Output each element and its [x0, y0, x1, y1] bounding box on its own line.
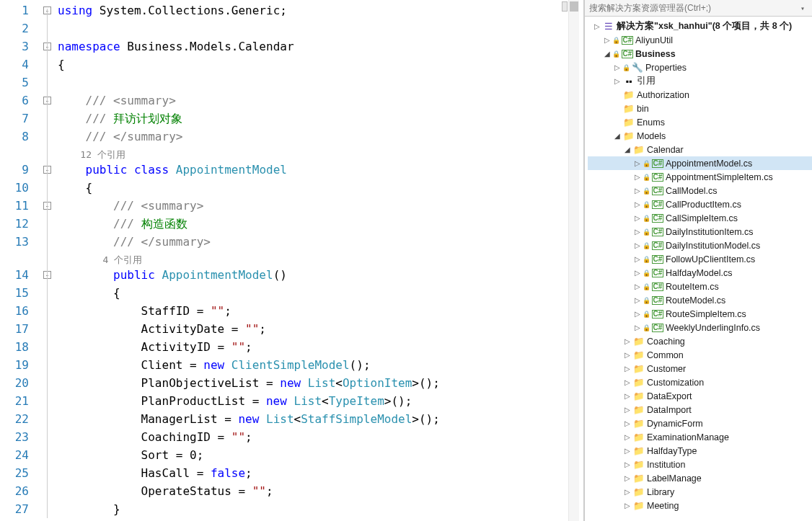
tree-item[interactable]: ▷🔒C#DailyInstitutionItem.cs	[588, 225, 812, 239]
tree-item[interactable]: ◢📁Models	[588, 129, 812, 143]
code-line[interactable]: {	[58, 284, 583, 302]
code-line[interactable]: public AppointmentModel()	[58, 266, 583, 284]
expand-toggle-icon[interactable]: ▷	[622, 502, 632, 509]
expand-toggle-icon[interactable]: ▷	[632, 255, 643, 263]
search-dropdown-icon[interactable]: ▾	[798, 4, 808, 12]
code-line[interactable]: Sort = 0;	[58, 446, 583, 464]
expand-toggle-icon[interactable]: ▷	[592, 22, 602, 30]
code-editor[interactable]: 1234567891011121314151617181920212223242…	[0, 0, 584, 521]
fold-column[interactable]: ------	[42, 0, 58, 521]
expand-toggle-icon[interactable]: ▷	[632, 200, 643, 208]
code-line[interactable]: {	[58, 55, 583, 74]
expand-toggle-icon[interactable]: ▷	[632, 310, 643, 318]
tree-item[interactable]: ▷📁Authorization	[588, 88, 812, 102]
tree-item[interactable]: ▷📁Customization	[588, 375, 812, 389]
expand-toggle-icon[interactable]: ▷	[602, 36, 612, 44]
explorer-search-input[interactable]	[589, 3, 798, 13]
code-line[interactable]	[58, 74, 583, 92]
tree-item[interactable]: ▷🔒C#AliyunUtil	[588, 33, 812, 47]
expand-toggle-icon[interactable]: ▷	[632, 214, 643, 222]
tree-item[interactable]: ▷📁Library	[588, 485, 812, 499]
code-line[interactable]: HasCall = false;	[58, 464, 583, 482]
tree-item[interactable]: ◢📁Calendar	[588, 143, 812, 156]
expand-toggle-icon[interactable]: ▷	[622, 365, 632, 373]
tree-item[interactable]: ▷🔒C#RouteSimpleItem.cs	[588, 307, 812, 321]
code-line[interactable]: /// <summary>	[58, 92, 583, 110]
tree-item[interactable]: ▷🔒C#DailyInstitutionModel.cs	[588, 239, 812, 252]
expand-toggle-icon[interactable]: ◢	[622, 146, 632, 153]
code-line[interactable]: using System.Collections.Generic;	[58, 1, 583, 19]
expand-toggle-icon[interactable]: ▷	[632, 173, 643, 181]
expand-toggle-icon[interactable]: ▷	[622, 392, 632, 400]
expand-toggle-icon[interactable]: ▷	[632, 228, 643, 236]
tree-item[interactable]: ▷🔒C#HalfdayModel.cs	[588, 266, 812, 280]
code-line[interactable]: StaffID = "";	[58, 302, 583, 320]
tree-item[interactable]: ▷📁bin	[588, 102, 812, 115]
tree-item[interactable]: ▷🔒C#WeeklyUnderlingInfo.cs	[588, 321, 812, 334]
tree-item[interactable]: ▷🔒C#CallModel.cs	[588, 184, 812, 197]
tree-item[interactable]: ▷📁DataExport	[588, 389, 812, 403]
expand-toggle-icon[interactable]: ▷	[632, 269, 643, 277]
tree-item[interactable]: ▷📁Coaching	[588, 334, 812, 348]
tree-item[interactable]: ▷📁Customer	[588, 362, 812, 375]
expand-toggle-icon[interactable]: ▷	[622, 433, 632, 441]
tree-item[interactable]: ▷🔒C#CallProductItem.cs	[588, 197, 812, 211]
tree-item[interactable]: ▷🔒C#RouteModel.cs	[588, 293, 812, 307]
code-line[interactable]: PlanProductList = new List<TypeItem>();	[58, 392, 583, 410]
expand-toggle-icon[interactable]: ▷	[632, 241, 643, 249]
expand-toggle-icon[interactable]: ▷	[622, 378, 632, 386]
explorer-tree[interactable]: ▷☰解决方案"xsk_hanhui"(8 个项目，共 8 个)▷🔒C#Aliyu…	[585, 17, 812, 521]
expand-toggle-icon[interactable]: ▷	[622, 447, 632, 455]
expand-toggle-icon[interactable]: ▷	[622, 406, 632, 414]
code-line[interactable]: /// 拜访计划对象	[58, 110, 583, 128]
code-line[interactable]: /// 构造函数	[58, 215, 583, 233]
tree-item[interactable]: ▷🔒C#AppointmentModel.cs	[588, 156, 812, 170]
tree-item[interactable]: ▷▪▪引用	[588, 74, 812, 88]
tree-item[interactable]: ▷🔒C#CallSimpleItem.cs	[588, 211, 812, 225]
split-handle[interactable]	[562, 1, 568, 12]
code-line[interactable]: namespace Business.Models.Calendar	[58, 37, 583, 55]
editor-scrollbar[interactable]	[568, 0, 579, 521]
tree-item[interactable]: ▷🔒C#FollowUpClientItem.cs	[588, 252, 812, 266]
tree-item[interactable]: ▷📁Meeting	[588, 499, 812, 512]
code-line[interactable]: /// <summary>	[58, 197, 583, 215]
tree-item[interactable]: ▷📁HalfdayType	[588, 444, 812, 458]
expand-toggle-icon[interactable]: ▷	[632, 187, 643, 195]
expand-toggle-icon[interactable]: ▷	[622, 419, 632, 427]
code-line[interactable]: ActivityID = "";	[58, 338, 583, 356]
expand-toggle-icon[interactable]: ▷	[622, 488, 632, 496]
expand-toggle-icon[interactable]: ▷	[632, 282, 643, 290]
expand-toggle-icon[interactable]: ▷	[622, 460, 632, 468]
tree-item[interactable]: ▷🔒🔧Properties	[588, 61, 812, 74]
code-line[interactable]: }	[58, 500, 583, 518]
tree-item[interactable]: ▷📁DynamicForm	[588, 417, 812, 430]
expand-toggle-icon[interactable]: ▷	[612, 77, 622, 85]
code-line[interactable]: {	[58, 179, 583, 197]
code-line[interactable]: CoachingID = "";	[58, 428, 583, 446]
expand-toggle-icon[interactable]: ▷	[612, 63, 622, 71]
code-line[interactable]: ManagerList = new List<StaffSimpleModel>…	[58, 410, 583, 428]
expand-toggle-icon[interactable]: ◢	[612, 132, 622, 140]
tree-item[interactable]: ▷📁Enums	[588, 115, 812, 129]
expand-toggle-icon[interactable]: ▷	[632, 296, 643, 304]
code-content[interactable]: using System.Collections.Generic;namespa…	[58, 0, 583, 521]
expand-toggle-icon[interactable]: ▷	[622, 474, 632, 482]
code-line[interactable]: PlanObjectiveList = new List<OptionItem>…	[58, 374, 583, 392]
code-line[interactable]	[58, 19, 583, 37]
expand-toggle-icon[interactable]: ▷	[622, 351, 632, 359]
code-line[interactable]: Client = new ClientSimpleModel();	[58, 356, 583, 374]
tree-item[interactable]: ◢🔒C#Business	[588, 47, 812, 61]
code-line[interactable]: /// </summary>	[58, 128, 583, 146]
code-line[interactable]: /// </summary>	[58, 233, 583, 251]
tree-item[interactable]: ▷☰解决方案"xsk_hanhui"(8 个项目，共 8 个)	[588, 19, 812, 33]
codelens-references[interactable]: 4 个引用	[58, 251, 583, 266]
code-line[interactable]: OperateStatus = "";	[58, 482, 583, 500]
expand-toggle-icon[interactable]: ▷	[632, 324, 643, 331]
expand-toggle-icon[interactable]: ▷	[622, 337, 632, 345]
codelens-references[interactable]: 12 个引用	[58, 146, 583, 161]
tree-item[interactable]: ▷📁Institution	[588, 458, 812, 471]
tree-item[interactable]: ▷📁Common	[588, 348, 812, 362]
expand-toggle-icon[interactable]: ◢	[602, 50, 612, 58]
tree-item[interactable]: ▷🔒C#RouteItem.cs	[588, 280, 812, 293]
code-line[interactable]: public class AppointmentModel	[58, 161, 583, 179]
